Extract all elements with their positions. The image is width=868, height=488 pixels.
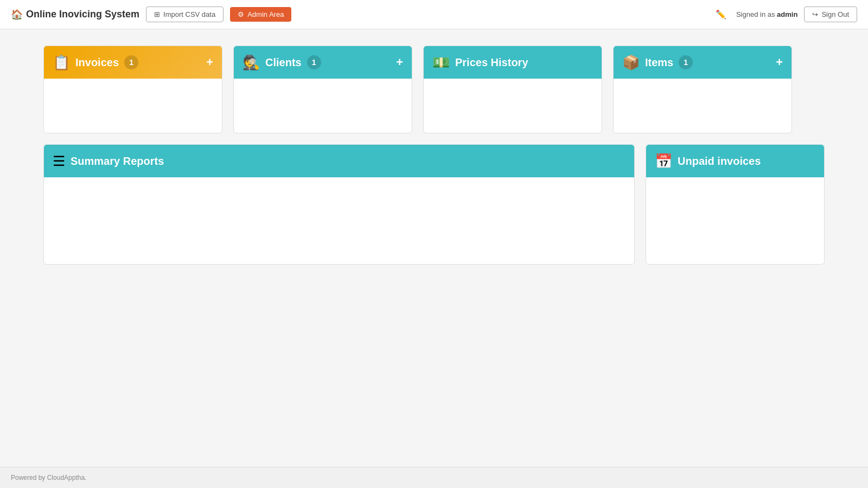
- gear-icon: ⚙: [238, 10, 244, 18]
- import-label: Import CSV data: [163, 10, 215, 18]
- clients-body: [234, 79, 412, 133]
- invoices-header-left: 📋 Invoices 1: [53, 55, 138, 69]
- main-content: 📋 Invoices 1 + 🕵️ Clients 1 +: [0, 29, 868, 467]
- clients-badge: 1: [307, 55, 321, 69]
- items-body: [614, 79, 792, 133]
- admin-label: Admin Area: [247, 10, 284, 18]
- brand-link[interactable]: 🏠 Online Inovicing System: [11, 9, 139, 21]
- import-csv-button[interactable]: ⊞ Import CSV data: [146, 7, 224, 22]
- unpaid-invoices-header[interactable]: 📅 Unpaid invoices: [646, 145, 824, 177]
- signed-in-text: Signed in as admin: [736, 10, 797, 18]
- invoices-header[interactable]: 📋 Invoices 1 +: [44, 46, 222, 79]
- items-header-left: 📦 Items 1: [622, 55, 693, 69]
- unpaid-invoices-label: Unpaid invoices: [678, 155, 761, 168]
- prices-history-header[interactable]: 💵 Prices History: [424, 46, 602, 79]
- clients-icon: 🕵️: [242, 55, 260, 69]
- clients-header[interactable]: 🕵️ Clients 1 +: [234, 46, 412, 79]
- invoices-icon: 📋: [53, 55, 70, 69]
- home-icon: 🏠: [11, 9, 23, 21]
- items-plus[interactable]: +: [776, 55, 783, 69]
- summary-reports-card: ☰ Summary Reports: [43, 144, 635, 265]
- items-card: 📦 Items 1 +: [613, 46, 792, 133]
- invoices-body: [44, 79, 222, 133]
- unpaid-invoices-body: [646, 177, 824, 232]
- summary-reports-header-left: ☰ Summary Reports: [53, 154, 164, 168]
- invoices-card: 📋 Invoices 1 +: [43, 46, 222, 133]
- prices-history-label: Prices History: [455, 56, 528, 69]
- card-row-2: ☰ Summary Reports 📅 Unpaid invoices: [43, 144, 825, 265]
- brand-label: Online Inovicing System: [26, 9, 139, 20]
- signout-button[interactable]: ↪ Sign Out: [804, 7, 857, 22]
- prices-history-icon: 💵: [432, 55, 450, 69]
- pencil-icon: ✏️: [716, 9, 726, 20]
- summary-reports-icon: ☰: [53, 154, 65, 168]
- items-header[interactable]: 📦 Items 1 +: [614, 46, 792, 79]
- signed-in-user: admin: [777, 10, 797, 18]
- navbar-right: ✏️ Signed in as admin ↪ Sign Out: [712, 6, 857, 23]
- unpaid-invoices-header-left: 📅 Unpaid invoices: [655, 154, 761, 168]
- prices-history-card: 💵 Prices History: [423, 46, 602, 133]
- grid-icon: ⊞: [154, 10, 160, 18]
- invoices-badge: 1: [124, 55, 138, 69]
- prices-history-body: [424, 79, 602, 133]
- signed-in-prefix: Signed in as: [736, 10, 777, 18]
- invoices-label: Invoices: [75, 56, 119, 69]
- items-icon: 📦: [622, 55, 640, 69]
- footer-text: Powered by CloudApptha.: [11, 474, 86, 481]
- items-label: Items: [645, 56, 673, 69]
- footer: Powered by CloudApptha.: [0, 467, 868, 488]
- edit-icon: ✏️: [712, 6, 730, 23]
- signout-icon: ↪: [812, 10, 818, 18]
- unpaid-invoices-icon: 📅: [655, 154, 672, 168]
- clients-card: 🕵️ Clients 1 +: [233, 46, 412, 133]
- admin-area-button[interactable]: ⚙ Admin Area: [230, 7, 291, 22]
- card-row-1: 📋 Invoices 1 + 🕵️ Clients 1 +: [43, 46, 825, 133]
- prices-history-header-left: 💵 Prices History: [432, 55, 528, 69]
- invoices-plus[interactable]: +: [206, 55, 213, 69]
- items-badge: 1: [679, 55, 693, 69]
- clients-header-left: 🕵️ Clients 1: [242, 55, 321, 69]
- signout-label: Sign Out: [821, 10, 849, 18]
- unpaid-invoices-card: 📅 Unpaid invoices: [646, 144, 825, 265]
- clients-plus[interactable]: +: [396, 55, 403, 69]
- summary-reports-body: [44, 177, 634, 264]
- navbar: 🏠 Online Inovicing System ⊞ Import CSV d…: [0, 0, 868, 29]
- summary-reports-header[interactable]: ☰ Summary Reports: [44, 145, 634, 177]
- navbar-left: 🏠 Online Inovicing System ⊞ Import CSV d…: [11, 7, 291, 22]
- clients-label: Clients: [265, 56, 302, 69]
- summary-reports-label: Summary Reports: [71, 155, 164, 168]
